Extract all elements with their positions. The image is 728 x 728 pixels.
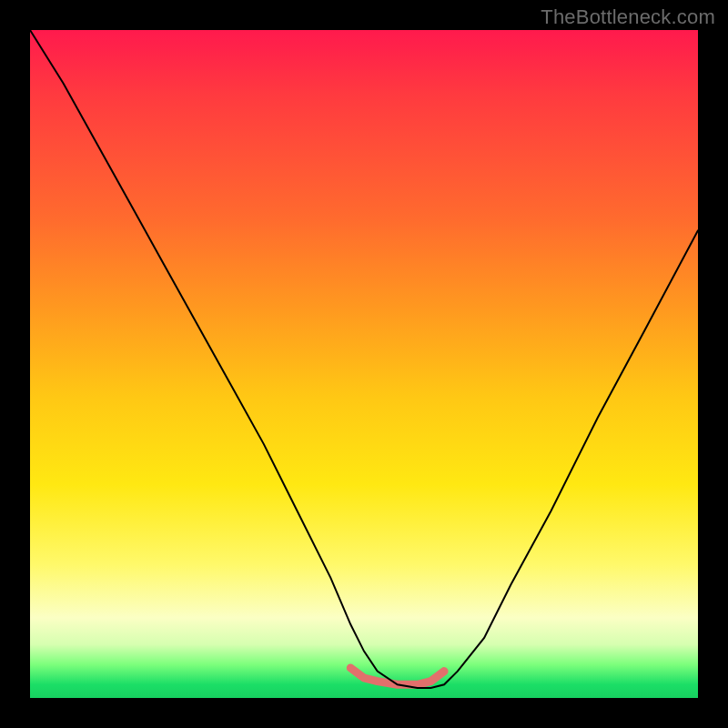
chart-svg xyxy=(30,30,698,698)
watermark-text: TheBottleneck.com xyxy=(541,5,715,29)
chart-plot-area xyxy=(30,30,698,698)
valley-highlight-line xyxy=(350,668,444,684)
chart-frame: TheBottleneck.com xyxy=(0,0,728,728)
bottleneck-curve-line xyxy=(30,30,698,688)
